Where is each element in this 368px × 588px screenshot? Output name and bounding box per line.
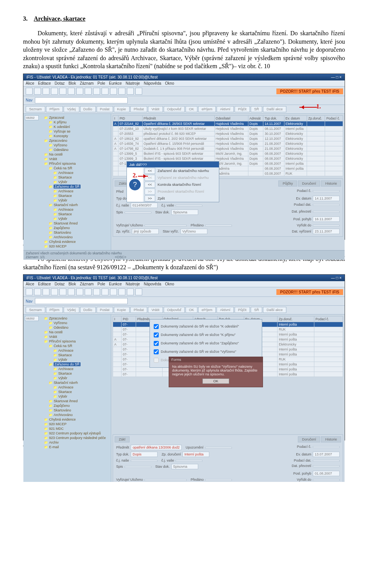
tab-pujcky[interactable]: Půjčky: [278, 180, 297, 187]
menu-nastroje[interactable]: Nástroje: [126, 282, 140, 286]
toolbar-icon[interactable]: [68, 288, 75, 295]
popup-item[interactable]: <<Kontrola skartačního řízení: [143, 181, 219, 188]
menu-napoveda[interactable]: Nápověda: [144, 282, 161, 286]
toolbar-icon[interactable]: [93, 288, 100, 295]
tree-node[interactable]: Vyřízeno: [43, 321, 110, 325]
btn-epjem[interactable]: eP/jem: [198, 307, 216, 313]
btn-kopie[interactable]: Kopie: [114, 307, 130, 313]
tree-node[interactable]: Příruční spisovna: [43, 339, 110, 344]
btn-ok[interactable]: OK: [186, 106, 197, 112]
folder-tree[interactable]: ZpracovalK příjmuK odesláníVyřizuje seKo…: [40, 114, 111, 250]
btn-pujcit[interactable]: Půjčit: [235, 106, 250, 112]
btn-doslo[interactable]: Došlo: [80, 307, 96, 313]
tree-node[interactable]: Archivace: [43, 189, 110, 193]
check-item[interactable]: Dokumenty zařazené do SŘ ve složce "K od…: [152, 323, 260, 330]
btn-vydej[interactable]: Výdej: [64, 106, 79, 112]
btn-predat[interactable]: Předat: [130, 106, 148, 112]
toolbar-icon[interactable]: [59, 88, 66, 95]
menu-editace[interactable]: Editace: [38, 81, 51, 85]
search-input[interactable]: [35, 97, 128, 103]
btn-odpoved[interactable]: Odpověď: [164, 106, 185, 112]
popup-item[interactable]: <<Zařazení do skartačního návrhu: [143, 167, 219, 174]
btn-sr[interactable]: SŘ: [251, 106, 263, 112]
tab-historie[interactable]: Historie: [321, 436, 341, 442]
btn-poslat[interactable]: Poslat: [97, 106, 113, 112]
tree-node[interactable]: Výběr: [43, 180, 110, 184]
tab-zakl[interactable]: Zákl: [115, 436, 130, 442]
toolbar-icon[interactable]: [59, 288, 66, 295]
toolbar-icon[interactable]: [34, 288, 41, 295]
tree-node[interactable]: Zpracováno: [43, 316, 110, 321]
menu-dotaz[interactable]: Dotaz: [55, 81, 65, 85]
tree-node[interactable]: Vrátit: [43, 334, 110, 339]
tree-node[interactable]: 921 MDC: [43, 426, 110, 431]
menu-editace[interactable]: Editace: [38, 282, 51, 286]
tree-node[interactable]: K odeslání: [43, 124, 110, 129]
toolbar-icon[interactable]: [102, 288, 108, 295]
tree-node[interactable]: K příjmu: [43, 120, 110, 124]
tab-doruceni[interactable]: Doručení: [298, 180, 320, 187]
menu-okno[interactable]: Okno: [165, 81, 174, 85]
toolbar-icon[interactable]: [34, 88, 41, 95]
check-item[interactable]: Dokumenty zařazené do SŘ ve složce "Vyří…: [152, 348, 260, 355]
tree-node[interactable]: 920 MiCEP: [43, 422, 110, 426]
btn-odpoved[interactable]: Odpověď: [164, 307, 185, 313]
tree-node[interactable]: Skartace: [43, 390, 110, 394]
tree-node[interactable]: Chybná evidence: [43, 417, 110, 422]
menubar[interactable]: Akce Editace Dotaz Blok Záznam Pole Eunk…: [23, 281, 345, 287]
popup-item[interactable]: <<Vyřazení ze skartačního návrhu: [143, 174, 219, 181]
tree-node[interactable]: 920 MiCEP: [43, 244, 110, 249]
tree-node[interactable]: Archivace: [43, 348, 110, 353]
tree-node[interactable]: Archiv: [43, 440, 110, 445]
tree-node[interactable]: Archivováno: [43, 413, 110, 417]
btn-vratit[interactable]: Vrátit: [148, 106, 163, 112]
menu-nastroje[interactable]: Nástroje: [126, 81, 140, 85]
toolbar-icon[interactable]: [43, 288, 49, 295]
menubar[interactable]: Akce Editace Dotaz Blok Záznam Pole Eunk…: [23, 80, 345, 87]
menu-eunkce[interactable]: Eunkce: [109, 282, 122, 286]
tree-node[interactable]: Výběr: [43, 376, 110, 380]
btn-seznam[interactable]: Seznam: [26, 307, 45, 313]
toolbar-icon[interactable]: [110, 88, 117, 95]
btn-kopie[interactable]: Kopie: [114, 106, 130, 112]
menu-zaznam[interactable]: Záznam: [80, 282, 94, 286]
toolbar-icon[interactable]: [76, 88, 83, 95]
toolbar-icon[interactable]: [85, 288, 92, 295]
menu-pole[interactable]: Pole: [97, 81, 105, 85]
toolbar-icon[interactable]: [51, 88, 58, 95]
tree-node[interactable]: Skartační návrh: [43, 203, 110, 207]
tree-node[interactable]: Výběr: [43, 357, 110, 362]
check-item[interactable]: Dokumenty zařazené do SŘ ve složce "K př…: [152, 331, 260, 339]
tree-node[interactable]: Na cestě: [43, 330, 110, 334]
popup-item[interactable]: >>Provedení skartačního řízení: [143, 188, 219, 195]
tree-node[interactable]: Zpracováno: [43, 138, 110, 143]
check-item[interactable]: Dokumenty zařazené do SŘ ve složce "Zapů…: [152, 340, 260, 347]
btn-prijem[interactable]: Příjem: [46, 106, 63, 112]
tree-node[interactable]: Zpracoval: [43, 115, 110, 120]
btn-seznam[interactable]: Seznam: [26, 106, 45, 112]
tree-node[interactable]: Archivováno: [43, 235, 110, 239]
table-row[interactable]: 07-13999_3školení iFIS - spisová 903 SEK…: [113, 156, 343, 161]
tree-node[interactable]: 923 Centrum podpory následné péče: [43, 436, 110, 440]
menu-pole[interactable]: Pole: [97, 282, 105, 286]
tree-node[interactable]: Skartace: [43, 212, 110, 216]
btn-epjem[interactable]: eP/jem: [198, 106, 216, 112]
tree-node[interactable]: Čeká na SŘ: [43, 166, 110, 170]
btn-doslo[interactable]: Došlo: [80, 106, 96, 112]
tree-node[interactable]: Výběr: [43, 394, 110, 399]
btn-aktivni[interactable]: Aktivní: [217, 307, 234, 313]
tree-node[interactable]: Vyřizuje se: [43, 129, 110, 134]
tree-node[interactable]: Archivace: [43, 207, 110, 212]
menu-akce[interactable]: Akce: [26, 282, 34, 286]
tree-node[interactable]: Skartovat ihned: [43, 221, 110, 226]
tree-node[interactable]: Vrátit: [43, 157, 110, 161]
toolbar-icon[interactable]: [118, 88, 125, 95]
popup-item[interactable]: >>Zpět: [143, 195, 219, 202]
tree-node[interactable]: Vyřízeno: [43, 143, 110, 147]
toolbar-icon[interactable]: [43, 88, 49, 95]
menu-zaznam[interactable]: Záznam: [80, 81, 94, 85]
toolbar-icon[interactable]: [76, 288, 83, 295]
table-row[interactable]: A07-14836_74Opatření děkana č. 15/908 PA…: [113, 141, 343, 146]
btn-pujcit[interactable]: Půjčit: [235, 307, 250, 313]
toolbar-icon[interactable]: [135, 288, 142, 295]
